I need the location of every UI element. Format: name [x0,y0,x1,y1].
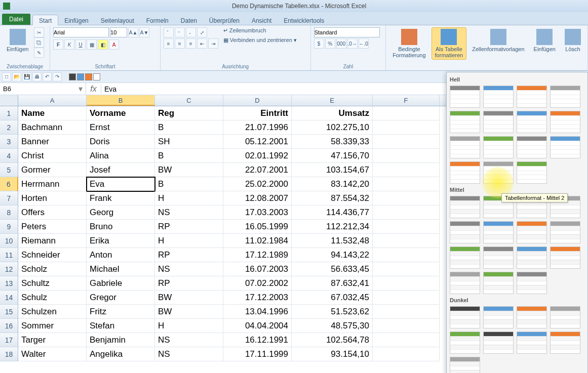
underline-button[interactable]: U [75,39,86,50]
format-as-table-button[interactable]: Als Tabelle formatieren [432,27,467,60]
qat-open-icon[interactable]: 📂 [12,72,21,81]
font-color-button[interactable]: A [109,39,119,50]
data-cell[interactable]: Sommer [18,319,87,333]
data-cell[interactable] [373,191,440,205]
data-cell[interactable]: 22.07.2001 [223,163,292,177]
data-cell[interactable]: Bachmann [18,120,87,135]
align-center-button[interactable]: ≡ [175,38,185,49]
data-cell[interactable] [373,220,440,234]
data-cell[interactable]: Christ [18,149,87,163]
table-style-thumb[interactable] [483,246,514,269]
data-cell[interactable]: 87.632,41 [292,276,373,291]
col-header-A[interactable]: A [18,95,87,106]
indent-dec-button[interactable]: ⇤ [197,38,207,49]
data-cell[interactable]: 17.12.1989 [223,248,292,262]
decrease-font-button[interactable]: A▼ [139,27,149,37]
tab-formeln[interactable]: Formeln [140,15,175,26]
table-style-thumb[interactable] [450,246,480,269]
data-cell[interactable]: Benjamin [87,333,155,347]
table-style-thumb[interactable] [450,196,480,218]
data-cell[interactable] [373,120,440,135]
data-cell[interactable]: NS [155,347,223,361]
data-cell[interactable]: 58.339,33 [292,135,373,149]
format-painter-button[interactable]: ✎ [34,48,44,58]
data-cell[interactable]: Stefan [87,319,155,333]
data-cell[interactable]: H [155,234,223,248]
data-cell[interactable]: Ernst [87,120,155,135]
table-style-thumb[interactable] [483,111,514,133]
data-cell[interactable]: Gabriele [87,276,155,291]
data-cell[interactable]: Scholz [18,262,87,276]
row-header[interactable]: 1 [0,106,18,120]
data-cell[interactable]: Riemann [18,234,87,248]
data-cell[interactable]: B [155,177,223,191]
row-header[interactable]: 15 [0,305,18,319]
table-style-thumb[interactable] [450,357,480,373]
table-style-thumb[interactable] [483,136,514,158]
table-style-thumb[interactable] [517,246,547,269]
tab-seitenlayout[interactable]: Seitenlayout [95,15,140,26]
data-cell[interactable]: 11.532,48 [292,234,373,248]
row-header[interactable]: 4 [0,149,18,163]
col-header-E[interactable]: E [292,95,373,106]
align-middle-button[interactable]: ⠂ [175,27,185,37]
table-style-thumb[interactable] [483,221,514,243]
data-cell[interactable] [373,262,440,276]
orientation-button[interactable]: ⤢ [197,27,207,37]
align-top-button[interactable]: ⠁ [164,27,174,37]
data-cell[interactable] [373,319,440,333]
data-cell[interactable]: BW [155,163,223,177]
data-cell[interactable]: BW [155,305,223,319]
table-style-thumb[interactable] [550,331,580,354]
insert-cells-button[interactable]: Einfügen [530,27,559,54]
tab-entwicklertools[interactable]: Entwicklertools [278,15,330,26]
data-cell[interactable]: 103.154,67 [292,163,373,177]
row-header[interactable]: 9 [0,220,18,234]
table-style-thumb[interactable] [550,246,580,269]
data-cell[interactable]: SH [155,135,223,149]
data-cell[interactable]: 47.156,70 [292,149,373,163]
tab-daten[interactable]: Daten [175,15,203,26]
color-swatch[interactable] [93,73,100,80]
row-header[interactable]: 11 [0,248,18,262]
col-header-D[interactable]: D [223,95,292,106]
data-cell[interactable]: Schneider [18,248,87,262]
table-style-thumb[interactable] [483,306,514,328]
paste-button[interactable]: Einfügen [3,27,32,54]
col-header-B[interactable]: B [87,95,155,106]
header-cell[interactable]: Vorname [87,106,155,120]
table-style-thumb[interactable] [450,86,480,108]
table-style-thumb[interactable] [517,272,547,294]
table-style-thumb[interactable] [517,331,547,354]
table-style-thumb[interactable] [550,86,580,108]
table-style-thumb[interactable] [517,161,547,184]
data-cell[interactable]: Offers [18,205,87,220]
cell-styles-button[interactable]: Zellenformatvorlagen [468,27,528,54]
data-cell[interactable]: 11.02.1984 [223,234,292,248]
data-cell[interactable] [373,305,440,319]
delete-cells-button[interactable]: Lösch [561,27,584,54]
data-cell[interactable]: Bruno [87,220,155,234]
data-cell[interactable]: Angelika [87,347,155,361]
data-cell[interactable] [373,135,440,149]
header-cell[interactable]: Reg [155,106,223,120]
row-header[interactable]: 8 [0,205,18,220]
file-tab[interactable]: Datei [2,14,30,25]
header-cell[interactable]: Umsatz [292,106,373,120]
row-header[interactable]: 13 [0,276,18,291]
table-style-thumb[interactable] [517,306,547,328]
table-style-thumb[interactable] [483,272,514,294]
data-cell[interactable]: Herrmann [18,177,87,191]
data-cell[interactable]: 12.08.2007 [223,191,292,205]
data-cell[interactable]: Banner [18,135,87,149]
table-style-thumb[interactable] [550,221,580,243]
data-cell[interactable]: B [155,120,223,135]
color-swatch[interactable] [85,73,92,80]
table-style-thumb[interactable] [450,136,480,158]
data-cell[interactable]: Alina [87,149,155,163]
header-cell[interactable]: Name [18,106,87,120]
data-cell[interactable] [373,177,440,191]
name-box-input[interactable] [3,85,44,93]
row-header[interactable]: 2 [0,120,18,135]
border-button[interactable]: ▦ [87,39,97,50]
